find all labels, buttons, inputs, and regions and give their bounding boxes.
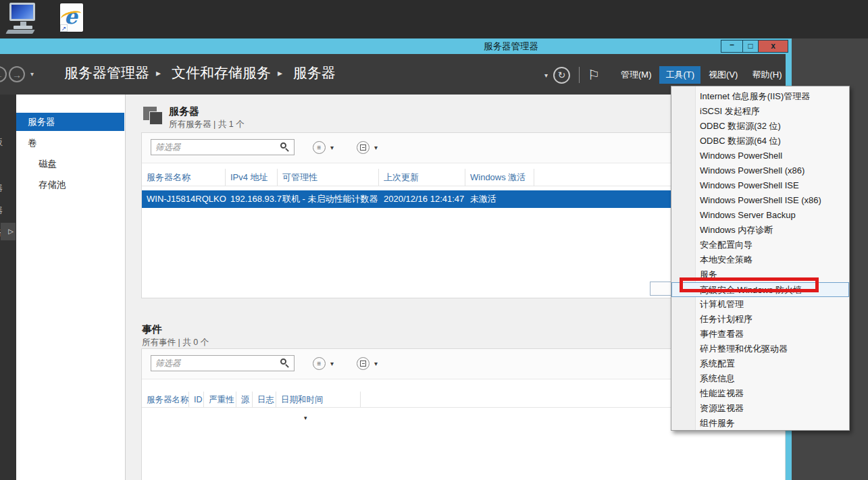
servers-filter-input[interactable] xyxy=(151,139,295,155)
clipped-nav-glyph: 板 xyxy=(0,136,3,149)
header-toolbar: ▾ ↻ ⚐ 管理(M) 工具(T) 视图(V) 帮助(H) xyxy=(544,65,790,84)
close-button[interactable]: x xyxy=(758,40,788,53)
server-cell: WIN-J15814RQLKO xyxy=(142,190,226,208)
computer-monitor-icon xyxy=(9,3,35,21)
sidebar: 服务器 卷 磁盘 存储池 xyxy=(16,95,126,480)
maximize-button[interactable]: □ xyxy=(742,40,759,53)
sort-descending-icon: ▾ xyxy=(304,415,307,421)
tools-menu-item[interactable]: Windows PowerShell ISE xyxy=(671,178,849,193)
maximize-icon: □ xyxy=(743,41,758,52)
tools-menu: Internet 信息服务(IIS)管理器 iSCSI 发起程序 ODBC 数据… xyxy=(671,86,850,431)
server-cell: 192.168.93.7 xyxy=(226,190,278,208)
desktop: e ↗ 服务器管理器 – □ x ← → ▾ 服务器管理器▸ 文件和存储服务▸ … xyxy=(0,0,868,480)
column-header[interactable]: 上次更新 xyxy=(379,169,465,186)
sidebar-list: 服务器 卷 磁盘 存储池 xyxy=(16,113,124,196)
column-header[interactable]: IPv4 地址 xyxy=(226,169,278,186)
query-options-button[interactable]: ≡ xyxy=(313,141,326,154)
tools-menu-item[interactable]: ODBC 数据源(32 位) xyxy=(671,119,849,134)
breadcrumb-segment[interactable]: 文件和存储服务 xyxy=(172,65,271,80)
tools-menu-item[interactable]: 任务计划程序 xyxy=(671,312,849,327)
query-options-caret-icon[interactable]: ▾ xyxy=(330,360,334,367)
save-query-caret-icon[interactable]: ▾ xyxy=(374,360,378,367)
minimize-button[interactable]: – xyxy=(721,40,743,53)
save-query-caret-icon[interactable]: ▾ xyxy=(374,144,378,151)
forward-button[interactable]: → xyxy=(9,66,25,82)
servers-section-subtitle: 所有服务器 | 共 1 个 xyxy=(169,119,245,130)
sidebar-item[interactable]: 卷 xyxy=(16,134,124,152)
save-query-button[interactable] xyxy=(357,141,369,154)
tools-menu-item[interactable]: 系统配置 xyxy=(671,356,849,371)
internet-explorer-desktop-icon[interactable]: e ↗ xyxy=(55,3,88,34)
computer-base-icon xyxy=(14,26,32,29)
breadcrumb-separator-icon: ▸ xyxy=(271,68,289,78)
tools-menu-item[interactable]: 碎片整理和优化驱动器 xyxy=(671,342,849,356)
clipped-nav-glyph: 器 xyxy=(0,182,3,194)
refresh-icon[interactable]: ↻ xyxy=(553,67,570,84)
server-cell: 2020/12/16 12:41:47 xyxy=(379,190,465,208)
server-cell: 联机 - 未启动性能计数器 xyxy=(278,190,379,208)
menubar-item[interactable]: 视图(V) xyxy=(703,66,744,84)
column-header[interactable]: 服务器名称 xyxy=(142,169,226,186)
breadcrumb-segment[interactable]: 服务器管理器 xyxy=(64,65,149,80)
sidebar-item[interactable]: 服务器 xyxy=(16,113,124,131)
tools-menu-item[interactable]: iSCSI 发起程序 xyxy=(671,104,849,119)
save-icon xyxy=(360,361,366,367)
sidebar-item[interactable]: 磁盘 xyxy=(16,155,124,173)
tools-menu-item[interactable]: 资源监视器 xyxy=(671,401,849,416)
column-header[interactable]: 服务器名称 xyxy=(142,392,189,407)
nav-history-caret-icon[interactable]: ▾ xyxy=(30,70,34,78)
column-header[interactable]: 日志 xyxy=(253,392,276,407)
window-titlebar: 服务器管理器 – □ x xyxy=(0,38,792,54)
query-options-caret-icon[interactable]: ▾ xyxy=(330,144,334,151)
tools-menu-item[interactable]: Windows PowerShell xyxy=(671,149,849,163)
query-options-button[interactable]: ≡ xyxy=(313,357,326,370)
tools-menu-item[interactable]: 计算机管理 xyxy=(671,297,849,312)
column-header[interactable]: Windows 激活 xyxy=(465,169,534,186)
menubar: 管理(M) 工具(T) 视图(V) 帮助(H) xyxy=(615,66,790,84)
save-query-button[interactable] xyxy=(357,357,369,370)
my-computer-desktop-icon[interactable] xyxy=(5,3,41,35)
column-header[interactable]: 源 xyxy=(236,392,253,407)
column-header[interactable]: 严重性 xyxy=(204,392,236,407)
tools-menu-item[interactable]: 性能监视器 xyxy=(671,386,849,401)
close-icon: x xyxy=(759,41,788,52)
servers-icon-front xyxy=(149,111,163,125)
events-section-subtitle: 所有事件 | 共 0 个 xyxy=(142,337,209,348)
tools-menu-item[interactable]: 事件查看器 xyxy=(671,327,849,342)
events-section-title: 事件 xyxy=(142,323,162,336)
expand-nav-button[interactable]: ▷ xyxy=(1,223,16,240)
tools-menu-item[interactable]: Windows PowerShell ISE (x86) xyxy=(671,193,849,208)
breadcrumb: 服务器管理器▸ 文件和存储服务▸ 服务器 xyxy=(64,63,349,82)
tools-menu-item[interactable]: ODBC 数据源(64 位) xyxy=(671,134,849,149)
servers-tile-icon xyxy=(143,105,165,127)
save-icon xyxy=(360,144,366,151)
column-header[interactable]: 日期和时间 xyxy=(276,392,361,407)
breadcrumb-separator-icon xyxy=(336,68,349,78)
tools-menu-item[interactable]: 安全配置向导 xyxy=(671,238,849,252)
events-filter-input[interactable] xyxy=(151,355,295,371)
notifications-flag-icon[interactable]: ⚐ xyxy=(588,67,600,83)
tools-menu-item[interactable]: Windows Server Backup xyxy=(671,208,849,223)
menu-hover-artifact xyxy=(650,282,671,296)
tools-menu-item[interactable]: 系统信息 xyxy=(671,371,849,386)
column-header[interactable]: ID xyxy=(189,392,204,407)
breadcrumb-segment[interactable]: 服务器 xyxy=(293,65,336,80)
collapsed-nav-strip: 板 器 器 务 ▷ xyxy=(0,95,16,480)
column-header[interactable]: 可管理性 xyxy=(278,169,379,186)
tools-menu-item[interactable]: Windows PowerShell (x86) xyxy=(671,163,849,178)
tools-menu-item[interactable]: 本地安全策略 xyxy=(671,252,849,267)
menubar-item[interactable]: 帮助(H) xyxy=(746,66,788,84)
menubar-item[interactable]: 管理(M) xyxy=(615,66,658,84)
tools-menu-list: Internet 信息服务(IIS)管理器 iSCSI 发起程序 ODBC 数据… xyxy=(671,86,849,430)
window-header: ← → ▾ 服务器管理器▸ 文件和存储服务▸ 服务器 ▾ ↻ ⚐ 管 xyxy=(0,54,786,95)
menubar-item[interactable]: 工具(T) xyxy=(659,66,700,84)
tools-menu-item[interactable]: Windows 内存诊断 xyxy=(671,223,849,238)
notifications-caret-icon[interactable]: ▾ xyxy=(544,72,548,79)
minimize-icon: – xyxy=(721,41,742,49)
back-button[interactable]: ← xyxy=(0,66,7,82)
sidebar-item[interactable]: 存储池 xyxy=(16,176,124,194)
tools-menu-item[interactable]: Internet 信息服务(IIS)管理器 xyxy=(671,89,849,104)
window-title: 服务器管理器 xyxy=(484,38,538,54)
tools-menu-item[interactable]: 组件服务 xyxy=(671,416,849,431)
red-annotation-box xyxy=(680,277,819,292)
